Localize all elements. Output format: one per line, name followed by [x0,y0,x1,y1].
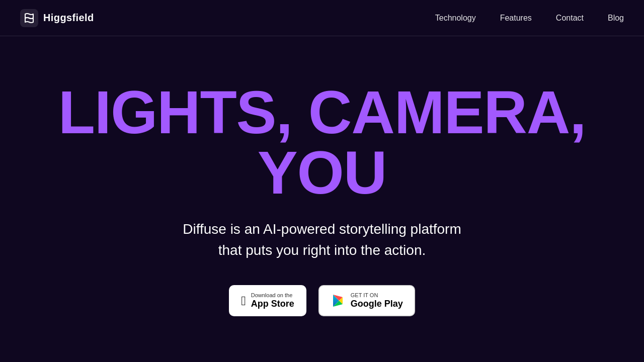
hero-subtitle-line2: that puts you right into the action. [218,242,426,258]
appstore-small-text: Download on the [251,292,293,299]
nav-technology[interactable]: Technology [435,14,476,23]
nav-features[interactable]: Features [500,14,532,23]
header: Higgsfield Technology Features Contact B… [0,0,644,36]
logo[interactable]: Higgsfield [20,9,94,27]
appstore-label: Download on the App Store [251,292,294,310]
hero-subtitle-line1: Diffuse is an AI-powered storytelling pl… [183,221,461,237]
googleplay-small-text: GET IT ON [351,292,378,299]
googleplay-label: GET IT ON Google Play [351,292,403,310]
hero-title: LIGHTS, CAMERA, YOU [20,82,624,203]
nav-blog[interactable]: Blog [608,14,624,23]
logo-icon [20,9,38,27]
googleplay-icon [331,293,346,308]
hero-subtitle: Diffuse is an AI-powered storytelling pl… [183,219,461,261]
googleplay-button[interactable]: GET IT ON Google Play [318,285,415,317]
cta-buttons:  Download on the App Store [229,285,415,317]
appstore-big-text: App Store [251,299,294,310]
googleplay-big-text: Google Play [351,299,403,310]
logo-text: Higgsfield [43,12,94,24]
nav-contact[interactable]: Contact [556,14,584,23]
hero-section: LIGHTS, CAMERA, YOU Diffuse is an AI-pow… [0,36,644,362]
appstore-button[interactable]:  Download on the App Store [229,285,306,317]
apple-icon:  [241,294,246,307]
main-nav: Technology Features Contact Blog [435,14,624,23]
